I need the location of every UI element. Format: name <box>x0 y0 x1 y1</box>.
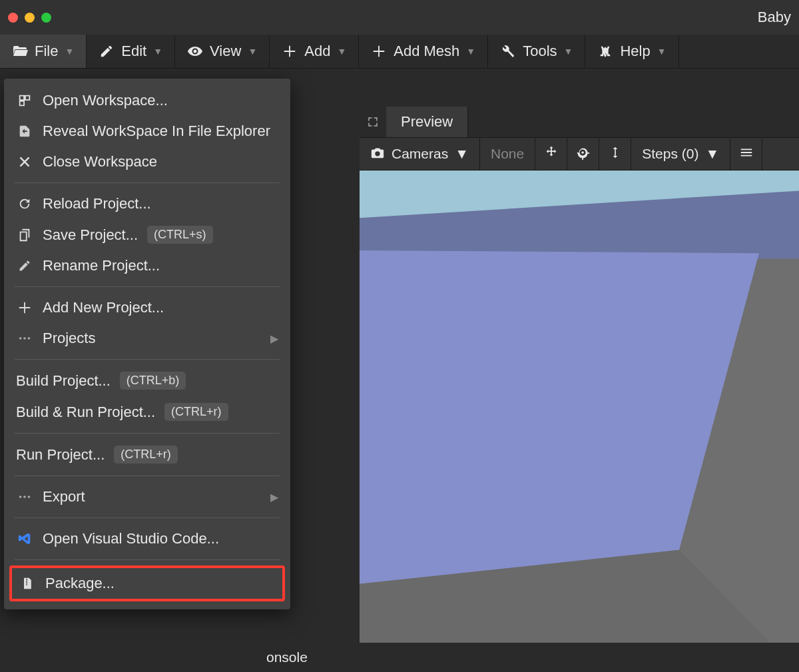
preview-panel: Preview Cameras ▼ None <box>360 107 799 672</box>
reveal-workspace-label: Reveal WorkSpace In File Explorer <box>43 123 270 140</box>
plus-icon <box>16 299 33 316</box>
chevron-down-icon: ▼ <box>337 46 346 57</box>
menu-file-label: File <box>35 43 58 60</box>
preview-header: Preview <box>360 107 799 137</box>
app-title: Baby <box>758 9 791 26</box>
chevron-right-icon: ▶ <box>270 491 278 504</box>
workspace-icon <box>16 92 33 109</box>
chevron-down-icon: ▼ <box>153 46 162 57</box>
steps-label: Steps (0) <box>642 146 698 162</box>
svg-point-8 <box>28 337 31 340</box>
separator <box>15 182 280 183</box>
chevron-down-icon: ▼ <box>248 46 257 57</box>
menu-open-workspace[interactable]: Open Workspace... <box>4 85 290 116</box>
menu-close-workspace[interactable]: Close Workspace <box>4 147 290 177</box>
menu-add-mesh[interactable]: Add Mesh ▼ <box>359 35 488 68</box>
preview-tab[interactable]: Preview <box>386 107 468 137</box>
svg-point-6 <box>19 337 22 340</box>
updown-tool[interactable] <box>599 138 631 170</box>
menu-more-tool[interactable] <box>730 138 762 170</box>
fullscreen-button[interactable] <box>360 108 386 136</box>
package-label: Package... <box>45 575 115 592</box>
svg-point-9 <box>19 496 22 498</box>
plus-icon <box>282 43 298 59</box>
eye-icon <box>187 43 203 59</box>
pencil-icon <box>16 257 33 274</box>
chevron-down-icon: ▼ <box>455 146 469 162</box>
separator <box>15 359 280 360</box>
menu-help-label: Help <box>620 43 650 60</box>
menu-file[interactable]: File ▼ <box>0 35 87 68</box>
projects-label: Projects <box>43 330 95 347</box>
close-workspace-label: Close Workspace <box>43 153 157 170</box>
menu-add-new-project[interactable]: Add New Project... <box>4 292 290 323</box>
chevron-down-icon: ▼ <box>657 46 666 57</box>
folder-open-icon <box>12 43 28 59</box>
cameras-label: Cameras <box>392 146 448 162</box>
build-run-shortcut: (CTRL+r) <box>164 403 228 421</box>
edit-icon <box>99 43 115 59</box>
close-icon <box>16 153 33 170</box>
ellipsis-icon <box>16 330 33 347</box>
menu-package[interactable]: Package... <box>16 571 278 596</box>
menu-reveal-workspace[interactable]: Reveal WorkSpace In File Explorer <box>4 116 290 147</box>
none-label-item: None <box>480 138 535 170</box>
menu-tools-label: Tools <box>523 43 557 60</box>
target-tool[interactable] <box>567 138 599 170</box>
zip-file-icon <box>19 575 36 592</box>
menu-run-project[interactable]: Run Project... (CTRL+r) <box>4 439 290 470</box>
menu-view-label: View <box>210 43 241 60</box>
minimize-window-button[interactable] <box>25 13 35 23</box>
wrench-icon <box>500 43 516 59</box>
updown-icon <box>609 145 622 163</box>
steps-dropdown[interactable]: Steps (0) ▼ <box>631 138 730 170</box>
cameras-dropdown[interactable]: Cameras ▼ <box>360 138 480 170</box>
save-project-label: Save Project... <box>43 226 138 244</box>
menu-open-vscode[interactable]: Open Visual Studio Code... <box>4 523 290 554</box>
maximize-window-button[interactable] <box>41 13 51 23</box>
menu-rename-project[interactable]: Rename Project... <box>4 250 290 281</box>
menu-export-submenu[interactable]: Export ▶ <box>4 482 290 512</box>
menu-build-project[interactable]: Build Project... (CTRL+b) <box>4 365 290 396</box>
svg-point-10 <box>23 496 26 498</box>
separator <box>15 433 280 434</box>
menu-edit[interactable]: Edit ▼ <box>87 35 175 68</box>
run-shortcut: (CTRL+r) <box>114 446 178 464</box>
copy-icon <box>16 226 33 244</box>
menu-save-project[interactable]: Save Project... (CTRL+s) <box>4 219 290 250</box>
reveal-file-icon <box>16 123 33 140</box>
run-project-label: Run Project... <box>16 446 105 464</box>
file-menu-dropdown: Open Workspace... Reveal WorkSpace In Fi… <box>4 79 290 609</box>
move-tool[interactable] <box>535 138 567 170</box>
build-run-project-label: Build & Run Project... <box>16 404 155 421</box>
menu-tools[interactable]: Tools ▼ <box>488 35 585 68</box>
none-label: None <box>491 146 524 162</box>
open-workspace-label: Open Workspace... <box>43 92 168 109</box>
menu-help[interactable]: Help ▼ <box>585 35 678 68</box>
separator <box>15 286 280 287</box>
menu-projects-submenu[interactable]: Projects ▶ <box>4 323 290 354</box>
menu-add-mesh-label: Add Mesh <box>394 43 459 60</box>
menu-build-run-project[interactable]: Build & Run Project... (CTRL+r) <box>4 396 290 428</box>
reload-icon <box>16 195 33 212</box>
menu-add[interactable]: Add ▼ <box>270 35 359 68</box>
console-tab-label[interactable]: onsole <box>266 649 308 665</box>
save-shortcut: (CTRL+s) <box>147 226 213 244</box>
move-icon <box>544 145 559 163</box>
close-window-button[interactable] <box>8 13 18 23</box>
help-icon <box>597 43 613 59</box>
reload-project-label: Reload Project... <box>43 195 151 212</box>
svg-point-11 <box>28 496 31 498</box>
build-shortcut: (CTRL+b) <box>120 372 186 390</box>
menu-reload-project[interactable]: Reload Project... <box>4 188 290 219</box>
chevron-down-icon: ▼ <box>564 46 573 57</box>
window-controls <box>8 13 51 23</box>
main-menubar: File ▼ Edit ▼ View ▼ Add ▼ Add Mesh ▼ To… <box>0 35 799 69</box>
rename-project-label: Rename Project... <box>43 257 160 274</box>
viewport-3d[interactable] <box>360 170 799 672</box>
chevron-down-icon: ▼ <box>466 46 475 57</box>
menu-icon <box>739 145 754 163</box>
menu-edit-label: Edit <box>121 43 146 60</box>
build-project-label: Build Project... <box>16 372 111 390</box>
menu-view[interactable]: View ▼ <box>175 35 270 68</box>
